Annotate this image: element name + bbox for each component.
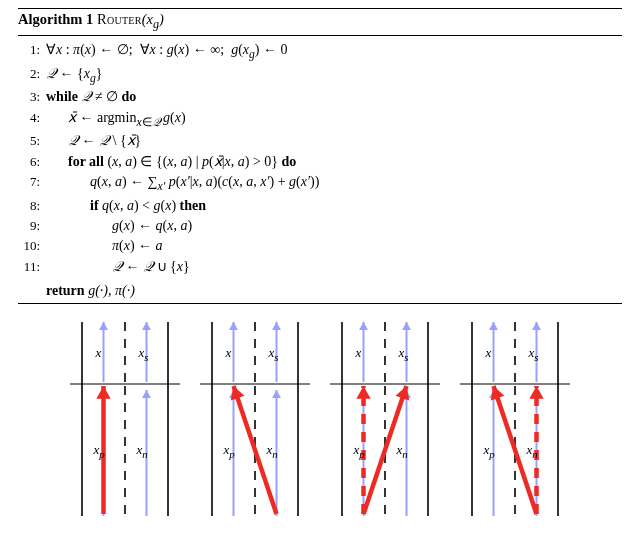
line-number: 7: <box>18 173 46 192</box>
node-label: xs <box>399 345 409 363</box>
algo-line: 8:if q(x, a) < g(x) then <box>18 196 622 216</box>
node-label: xs <box>269 345 279 363</box>
svg-marker-21 <box>229 322 238 330</box>
line-number: 8: <box>18 197 46 216</box>
figure-panel: xxsxpxn(b) <box>200 314 310 524</box>
line-statement: 𝒬 ← 𝒬 ∪ {x} <box>46 257 190 277</box>
figure-panel: xxsxpxn(d) <box>460 314 570 524</box>
return-value: g(·), π(·) <box>88 283 135 298</box>
line-statement: ∀x : π(x) ← ∅; ∀x : g(x) ← ∞; g(xg) ← 0 <box>46 40 288 64</box>
line-number: 11: <box>18 258 46 277</box>
svg-marker-8 <box>142 322 151 330</box>
svg-marker-12 <box>142 390 151 398</box>
algo-line: 2:𝒬 ← {xg} <box>18 64 622 88</box>
algo-line: 10:π(x) ← a <box>18 236 622 256</box>
algo-line: 1:∀x : π(x) ← ∅; ∀x : g(x) ← ∞; g(xg) ← … <box>18 40 622 64</box>
line-number: 9: <box>18 217 46 236</box>
line-number: 1: <box>18 41 46 60</box>
node-label: xp <box>94 442 105 460</box>
svg-marker-53 <box>489 322 498 330</box>
algorithm-name: Router <box>97 11 142 27</box>
algo-line: 11:𝒬 ← 𝒬 ∪ {x} <box>18 257 622 277</box>
algo-line: 7:q(x, a) ← ∑x′ p(x′|x, a)(c(x, a, x′) +… <box>18 172 622 196</box>
line-statement: for all (x, a) ∈ {(x, a) | p(x̄|x, a) > … <box>46 152 296 172</box>
node-label: x <box>356 345 362 361</box>
figure-panel: xxsxpxn(c) <box>330 314 440 524</box>
svg-marker-6 <box>99 322 108 330</box>
line-statement: q(x, a) ← ∑x′ p(x′|x, a)(c(x, a, x′) + g… <box>46 172 319 196</box>
line-statement: while 𝒬 ≠ ∅ do <box>46 87 136 107</box>
node-label: x <box>96 345 102 361</box>
line-number: 3: <box>18 88 46 107</box>
line-number: 5: <box>18 132 46 151</box>
node-label: xp <box>224 442 235 460</box>
rule-bot <box>18 303 622 304</box>
algorithm-body: 1:∀x : π(x) ← ∅; ∀x : g(x) ← ∞; g(xg) ← … <box>18 36 622 283</box>
node-label: xn <box>527 442 538 460</box>
return-keyword: return <box>46 283 85 298</box>
line-number: 2: <box>18 65 46 84</box>
svg-marker-55 <box>532 322 541 330</box>
algorithm-title: Algorithm 1 Router(xg) <box>18 9 622 35</box>
node-label: xp <box>354 442 365 460</box>
algo-line: 6:for all (x, a) ∈ {(x, a) | p(x̄|x, a) … <box>18 152 622 172</box>
svg-marker-23 <box>272 322 281 330</box>
figure-panels: xxsxpxn(a)xxsxpxn(b)xxsxpxn(c)xxsxpxn(d) <box>40 314 600 524</box>
algorithm-block: Algorithm 1 Router(xg) 1:∀x : π(x) ← ∅; … <box>18 8 622 304</box>
line-number: 10: <box>18 237 46 256</box>
svg-marker-63 <box>529 386 543 399</box>
line-statement: x̄ ← argminx∈𝒬 g(x) <box>46 108 186 132</box>
node-label: xn <box>267 442 278 460</box>
line-statement: g(x) ← q(x, a) <box>46 216 192 236</box>
line-statement: 𝒬 ← 𝒬 \ {x̄} <box>46 131 141 151</box>
algo-line: 4:x̄ ← argminx∈𝒬 g(x) <box>18 108 622 132</box>
line-statement: if q(x, a) < g(x) then <box>46 196 206 216</box>
node-label: xs <box>529 345 539 363</box>
svg-marker-38 <box>402 322 411 330</box>
figure: xxsxpxn(a)xxsxpxn(b)xxsxpxn(c)xxsxpxn(d) <box>40 314 600 524</box>
algorithm-number: 1 <box>86 11 93 27</box>
node-label: x <box>486 345 492 361</box>
svg-marker-36 <box>359 322 368 330</box>
svg-marker-27 <box>272 390 281 398</box>
figure-panel: xxsxpxn(a) <box>70 314 180 524</box>
svg-marker-14 <box>96 386 110 399</box>
line-number: 6: <box>18 153 46 172</box>
node-label: xp <box>484 442 495 460</box>
algorithm-word: Algorithm <box>18 11 82 27</box>
line-statement: π(x) ← a <box>46 236 163 256</box>
svg-marker-44 <box>356 386 370 399</box>
line-number: 4: <box>18 109 46 128</box>
node-label: xn <box>137 442 148 460</box>
node-label: xn <box>397 442 408 460</box>
algo-line: 9:g(x) ← q(x, a) <box>18 216 622 236</box>
return-line: return g(·), π(·) <box>18 283 622 299</box>
algorithm-arg: (xg) <box>142 11 164 27</box>
algo-line: 5:𝒬 ← 𝒬 \ {x̄} <box>18 131 622 151</box>
algo-line: 3:while 𝒬 ≠ ∅ do <box>18 87 622 107</box>
node-label: xs <box>139 345 149 363</box>
line-statement: 𝒬 ← {xg} <box>46 64 103 88</box>
node-label: x <box>226 345 232 361</box>
